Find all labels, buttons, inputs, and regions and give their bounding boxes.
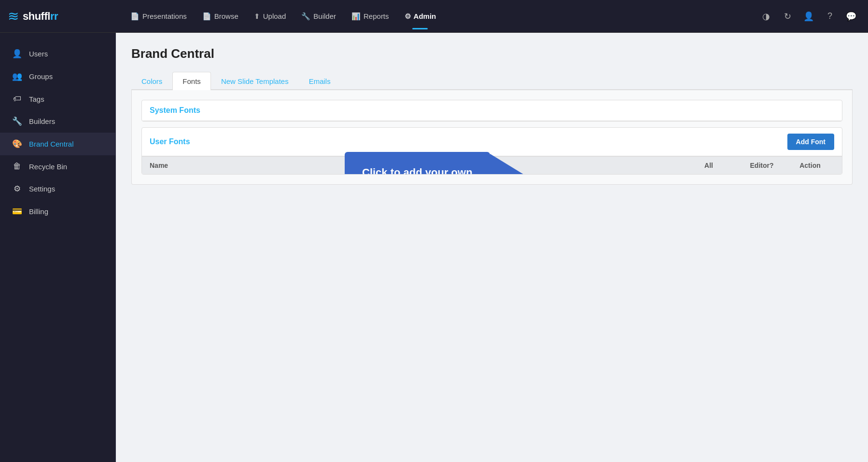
builders-icon: 🔧 [12,116,22,126]
user-fonts-title[interactable]: User Fonts [150,137,190,146]
tab-fonts-label: Fonts [182,77,201,85]
sidebar-item-billing[interactable]: 💳 Billing [0,200,115,223]
nav-item-builder[interactable]: 🔧 Builder [294,8,343,25]
sidebar-label-groups: Groups [29,72,53,81]
column-header-editor: Editor? [738,162,786,169]
nav-item-upload[interactable]: ⬆ Upload [247,8,293,25]
tab-new-slide-templates-label: New Slide Templates [221,77,289,85]
upload-icon: ⬆ [254,12,260,21]
page-title: Brand Central [131,46,853,61]
logo-icon: ≋ [8,8,19,24]
logo-text: shufflrr [23,10,58,23]
user-fonts-section: User Fonts Add Font Click to add your ow… [141,127,842,175]
sidebar-label-settings: Settings [29,185,55,193]
user-button[interactable]: 👤 [799,7,818,26]
brand-central-icon: 🎨 [12,139,22,149]
content-area: Brand Central Colors Fonts New Slide Tem… [116,33,868,462]
tooltip-arrow [490,154,533,175]
tab-fonts[interactable]: Fonts [172,72,211,90]
sidebar-item-settings[interactable]: ⚙ Settings [0,177,115,200]
reports-icon: 📊 [351,12,361,21]
tab-colors-label: Colors [141,77,162,85]
sidebar-label-billing: Billing [29,207,48,216]
users-icon: 👤 [12,49,22,59]
logo-accent: rr [50,10,58,22]
nav-label-admin: Admin [414,12,436,20]
builder-icon: 🔧 [301,12,310,21]
refresh-button[interactable]: ↻ [778,7,797,26]
sidebar-item-users[interactable]: 👤 Users [0,42,115,65]
system-fonts-section: System Fonts [141,100,842,122]
logo: ≋ shufflrr [8,8,124,24]
main-layout: 👤 Users 👥 Groups 🏷 Tags 🔧 Builders 🎨 Bra… [0,33,868,462]
presentations-icon: 📄 [130,12,140,21]
help-button[interactable]: ? [821,7,839,26]
contrast-button[interactable]: ◑ [757,7,775,26]
top-navigation: ≋ shufflrr 📄 Presentations 📄 Browse ⬆ Up… [0,0,868,33]
tab-emails[interactable]: Emails [299,72,341,90]
tab-colors[interactable]: Colors [131,72,172,90]
groups-icon: 👥 [12,71,22,82]
nav-item-browse[interactable]: 📄 Browse [196,8,245,25]
sidebar-label-tags: Tags [29,95,44,103]
system-fonts-title[interactable]: System Fonts [142,100,842,121]
nav-item-admin[interactable]: ⚙ Admin [398,8,443,25]
settings-icon: ⚙ [12,184,22,194]
admin-icon: ⚙ [405,12,411,21]
sidebar-label-brand-central: Brand Central [29,140,74,148]
add-font-button[interactable]: Add Font [787,134,834,150]
sidebar-item-recycle-bin[interactable]: 🗑 Recycle Bin [0,155,115,177]
nav-label-browse: Browse [214,12,238,20]
sidebar-item-brand-central[interactable]: 🎨 Brand Central [0,133,115,155]
column-header-all: All [680,162,738,169]
recycle-bin-icon: 🗑 [12,162,22,171]
nav-label-builder: Builder [313,12,336,20]
nav-label-upload: Upload [263,12,286,20]
billing-icon: 💳 [12,206,22,217]
sidebar-item-groups[interactable]: 👥 Groups [0,65,115,88]
chat-button[interactable]: 💬 [842,7,860,26]
tab-new-slide-templates[interactable]: New Slide Templates [211,72,299,90]
tooltip-overlay: Click to add your own Font (.ttf file) [345,152,533,175]
nav-item-presentations[interactable]: 📄 Presentations [124,8,194,25]
sidebar-item-builders[interactable]: 🔧 Builders [0,110,115,133]
browse-icon: 📄 [202,12,211,21]
sidebar-label-recycle-bin: Recycle Bin [29,163,67,171]
sidebar-item-tags[interactable]: 🏷 Tags [0,88,115,110]
tooltip-box: Click to add your own Font (.ttf file) [345,152,490,175]
tooltip-line1: Click to add your own [362,166,473,175]
sidebar: 👤 Users 👥 Groups 🏷 Tags 🔧 Builders 🎨 Bra… [0,33,116,462]
column-header-action: Action [786,162,834,169]
nav-label-presentations: Presentations [142,12,187,20]
tabs-bar: Colors Fonts New Slide Templates Emails [131,72,853,90]
nav-label-reports: Reports [364,12,389,20]
nav-item-reports[interactable]: 📊 Reports [345,8,396,25]
sidebar-label-users: Users [29,50,48,58]
nav-items: 📄 Presentations 📄 Browse ⬆ Upload 🔧 Buil… [124,8,757,25]
tab-emails-label: Emails [309,77,331,85]
nav-right-buttons: ◑ ↻ 👤 ? 💬 [757,7,860,26]
tab-content-card: System Fonts User Fonts Add Font Click t… [131,90,853,185]
tags-icon: 🏷 [12,94,22,104]
sidebar-label-builders: Builders [29,117,55,125]
